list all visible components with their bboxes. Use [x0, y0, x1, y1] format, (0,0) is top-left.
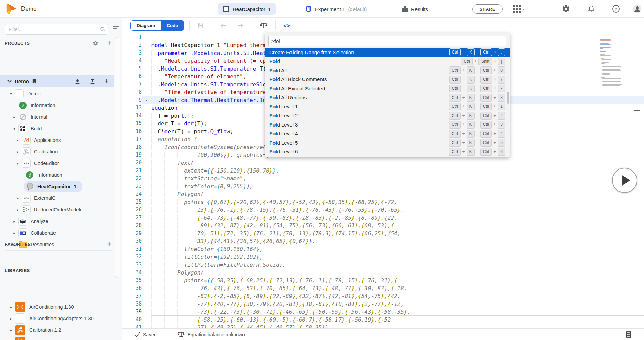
code-line-text[interactable]: fillColor={192,192,192}, [151, 253, 644, 261]
code-line-text[interactable]: points={{-58,35},{-68,25},{-72,13},{-76,… [151, 277, 644, 284]
palette-item-fold-level-1[interactable]: Fold Level 1Ctrl+KCtrl+1 [265, 102, 510, 111]
palette-scrollbar[interactable] [507, 92, 509, 104]
tree-item-reducedordermodeli-[interactable]: ▸ReducedOrderModeli... [0, 204, 114, 216]
sort-icon[interactable] [113, 26, 119, 31]
expander-closed-icon[interactable]: ▸ [10, 219, 18, 224]
settings-button[interactable] [562, 0, 570, 18]
code-line-text[interactable]: {-58,-25},{-60,-13},{-60,-5},{-60,7},{-5… [151, 316, 644, 324]
code-line-text[interactable]: -73},{-22,-73},{-30,-71},{-40,-65},{-50,… [151, 308, 644, 316]
tree-item-internal[interactable]: ▸Internal [0, 111, 114, 123]
code-line-text[interactable]: -77},{40,-77},{30,-79},{20,-81},{18,-81}… [151, 300, 644, 308]
tree-item-information[interactable]: iInformation [0, 100, 114, 111]
tree-item-externalc[interactable]: ▸</C>ExternalC [0, 192, 114, 204]
add-project-icon[interactable]: + [107, 39, 111, 47]
diagram-view-button[interactable]: Diagram [131, 21, 161, 30]
tree-item-applications[interactable]: ▸MApplications [0, 134, 114, 146]
code-line-text[interactable]: 70,-51},{72,-35},{76,-21},{78,-13},{78,3… [151, 230, 644, 237]
expander-closed-icon[interactable]: ▸ [7, 328, 15, 332]
tree-item-build[interactable]: ▾Build [0, 123, 114, 134]
code-line-text[interactable]: -76,-43},{-76,-53},{-70,-65},{-64,-73},{… [151, 284, 644, 292]
tree-item-demo[interactable]: ▾Demo [0, 88, 114, 100]
tree-item-codeeditor[interactable]: ▾</>CodeEditor [0, 158, 114, 169]
redo-button[interactable] [237, 23, 244, 28]
minimap[interactable] [600, 36, 628, 104]
library-item-label: Calibration 1.2 [29, 327, 61, 333]
palette-item-fold-all[interactable]: Fold AllCtrl+KCtrl+0 [265, 66, 510, 75]
expander-closed-icon[interactable]: ▸ [7, 316, 15, 321]
code-line-text[interactable]: {-64,-73},{-48,-77},{-30,-83},{-18,-83},… [151, 214, 644, 222]
expander-open-icon[interactable]: ▾ [14, 161, 22, 166]
expander-closed-icon[interactable]: ▸ [14, 208, 22, 212]
code-line-text[interactable]: 27},{-48,35},{-44,45},{-40,57},{-58,35}}… [151, 324, 644, 328]
expander-closed-icon[interactable]: ▸ [14, 138, 22, 143]
expander-closed-icon[interactable]: ▸ [10, 231, 18, 235]
notifications-button[interactable] [587, 0, 595, 18]
palette-item-fold-level-5[interactable]: Fold Level 5Ctrl+KCtrl+5 [265, 138, 510, 147]
save-button[interactable] [198, 22, 204, 29]
fold-chevron-icon[interactable]: › [142, 96, 151, 104]
code-line-text[interactable]: Polygon( [151, 190, 644, 198]
code-line-text[interactable]: textString="%name", [151, 175, 644, 182]
user-avatar[interactable] [633, 0, 642, 18]
code-line-text[interactable]: textColor={0,0,255}), [151, 182, 644, 190]
code-line-text[interactable]: 33},{44,41},{36,57},{26,65},{0,67}}, [151, 237, 644, 245]
undo-button[interactable] [220, 23, 227, 28]
help-button[interactable]: ? [612, 0, 620, 18]
code-line-text[interactable]: -89},{32,-87},{42,-81},{54,-75},{56,-73}… [151, 222, 644, 230]
tab-heatcapacitor[interactable]: HeatCapacitor_1 [218, 3, 276, 15]
tree-item-analyze[interactable]: ▸Analyze [0, 216, 114, 227]
palette-item-create-folding-range-from-selection[interactable]: Create Folding Range from SelectionCtrl+… [265, 48, 510, 57]
tree-item-information[interactable]: iInformation [0, 169, 114, 181]
upload-icon[interactable] [90, 78, 95, 84]
palette-item-fold-level-2[interactable]: Fold Level 2Ctrl+KCtrl+2 [265, 111, 510, 120]
tree-item-collaborate[interactable]: ▸Collaborate [0, 227, 114, 239]
project-header-demo[interactable]: Demo + [0, 75, 114, 87]
palette-item-fold-level-4[interactable]: Fold Level 4Ctrl+KCtrl+4 [265, 129, 510, 138]
palette-item-fold-all-except-selected[interactable]: Fold All Except SelectedCtrl+KCtrl+- [265, 84, 510, 93]
expander-closed-icon[interactable]: ▸ [14, 196, 22, 201]
expander-open-icon[interactable]: ▾ [7, 92, 15, 96]
add-icon[interactable]: + [105, 77, 109, 85]
log-panel-button[interactable] [626, 331, 632, 338]
expander-closed-icon[interactable]: ▸ [10, 115, 18, 119]
code-line-text[interactable]: fillPattern=FillPattern.Solid), [151, 261, 644, 269]
tab-results[interactable]: Results [397, 3, 433, 15]
sidebar-scrollbar[interactable] [115, 37, 120, 278]
simulate-button[interactable] [612, 168, 637, 193]
library-item-calibration-1-2[interactable]: ▸Calibration 1.2 [0, 324, 114, 336]
tree-item-heatcapacitor-1[interactable]: HeatCapacitor_1 [0, 181, 114, 192]
filter-input[interactable] [5, 24, 108, 35]
palette-item-fold-level-6[interactable]: Fold Level 6Ctrl+KCtrl+6 [265, 147, 510, 157]
code-line-text[interactable]: Text( [151, 159, 644, 167]
code-view-button[interactable]: Code [161, 21, 184, 30]
editor-scrollbar[interactable] [634, 110, 640, 111]
equation-balance-status[interactable]: Equation balance unknown [178, 331, 245, 338]
palette-item-fold[interactable]: FoldCtrl+Shift+[ [265, 57, 510, 66]
tree-item-calibration[interactable]: ▸Calibration [0, 146, 114, 158]
command-palette-input[interactable] [268, 36, 506, 46]
expander-closed-icon[interactable]: ▸ [7, 305, 15, 309]
code-line-text[interactable]: Polygon( [151, 269, 644, 277]
code-snippet-button[interactable]: <> [283, 22, 290, 29]
expander-open-icon[interactable]: ▾ [10, 127, 18, 131]
palette-item-fold-all-block-comments[interactable]: Fold All Block CommentsCtrl+KCtrl+/ [265, 75, 510, 84]
library-item-airconditioningadapters-1-30[interactable]: ▸AirConditioningAdapters 1.30 [0, 313, 114, 324]
app-logo[interactable] [5, 0, 18, 18]
tab-experiment[interactable]: Experiment 1 (default) [300, 3, 372, 15]
equation-balance-button[interactable] [260, 22, 267, 29]
download-icon[interactable] [75, 78, 80, 84]
code-line-text[interactable]: lineColor={160,160,164}, [151, 245, 644, 253]
expander-closed-icon[interactable]: ▸ [14, 150, 22, 154]
palette-item-fold-all-regions[interactable]: Fold All RegionsCtrl+KCtrl+8 [265, 93, 510, 102]
projects-gear-icon[interactable] [93, 40, 98, 46]
add-favorite-icon[interactable]: + [107, 240, 111, 248]
palette-item-fold-level-3[interactable]: Fold Level 3Ctrl+KCtrl+3 [265, 120, 510, 129]
apps-grid-button[interactable]: ▾ [513, 0, 524, 18]
code-line-text[interactable]: -83},{-2,-85},{8,-89},{22,-89},{32,-87},… [151, 292, 644, 300]
share-button[interactable]: SHARE [472, 4, 503, 14]
library-item-airconditioning-1-30[interactable]: ▸AirConditioning 1.30 [0, 301, 114, 313]
code-line-text[interactable]: extent={{-150,110},{150,70}}, [151, 167, 644, 175]
code-line-text[interactable]: 13},{-76,-1},{-78,-15},{-76,-31},{-76,-4… [151, 206, 644, 214]
code-line-text[interactable]: points={{0,67},{-20,63},{-40,57},{-52,43… [151, 198, 644, 206]
library-item-electrification-2-0[interactable]: ▸+-Electrification 2.0 [0, 336, 114, 340]
